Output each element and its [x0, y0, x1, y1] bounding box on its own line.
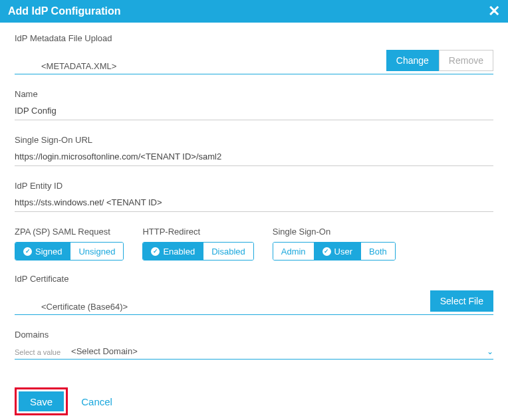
check-icon: ✓: [322, 247, 331, 256]
seg-http-redirect: ✓ Enabled Disabled: [142, 242, 253, 261]
label-domains: Domains: [15, 330, 493, 340]
save-button[interactable]: Save: [19, 391, 64, 411]
toggle-group-http-redirect: HTTP-Redirect ✓ Enabled Disabled: [142, 227, 253, 261]
label-certificate: IdP Certificate: [15, 274, 493, 284]
sso-url-tenant: <TENANT ID>: [140, 152, 196, 161]
field-sso-url: Single Sign-On URL https://login.microso…: [15, 135, 493, 166]
opt-signed-label: Signed: [35, 247, 62, 257]
opt-enabled[interactable]: ✓ Enabled: [143, 243, 203, 260]
check-icon: ✓: [23, 247, 32, 256]
change-button[interactable]: Change: [386, 50, 439, 71]
sso-url-input[interactable]: https://login.microsoftonline.com/<TENAN…: [15, 152, 493, 166]
field-entity-id: IdP Entity ID https://sts.windows.net/ <…: [15, 181, 493, 212]
remove-button[interactable]: Remove: [439, 50, 493, 71]
check-icon: ✓: [151, 247, 160, 256]
metadata-filename: <METADATA.XML>: [15, 61, 386, 71]
field-metadata-upload: IdP Metadata File Upload <METADATA.XML> …: [15, 33, 493, 74]
close-icon[interactable]: ✕: [488, 4, 500, 19]
label-sso: Single Sign-On: [273, 227, 396, 237]
opt-unsigned[interactable]: Unsigned: [70, 243, 123, 260]
modal-title: Add IdP Configuration: [8, 5, 120, 17]
modal-scroll-area[interactable]: IdP Metadata File Upload <METADATA.XML> …: [0, 23, 508, 420]
select-file-button[interactable]: Select File: [430, 290, 493, 312]
metadata-input-row: <METADATA.XML> Change Remove: [15, 50, 493, 74]
label-sso-url: Single Sign-On URL: [15, 135, 493, 145]
field-certificate: IdP Certificate <Certificate (Base64)> S…: [15, 274, 493, 315]
cancel-link[interactable]: Cancel: [81, 396, 112, 407]
field-domains: Domains Select a value <Select Domain> ⌄: [15, 330, 493, 360]
label-entity-id: IdP Entity ID: [15, 181, 493, 191]
certificate-input-row: <Certificate (Base64)> Select File: [15, 290, 493, 315]
opt-admin[interactable]: Admin: [273, 243, 314, 260]
domains-value: <Select Domain>: [71, 346, 476, 356]
label-metadata-upload: IdP Metadata File Upload: [15, 33, 493, 43]
sso-url-prefix: https://login.microsoftonline.com/: [15, 152, 140, 161]
opt-both[interactable]: Both: [360, 243, 395, 260]
opt-disabled[interactable]: Disabled: [203, 243, 253, 260]
seg-sso: Admin ✓ User Both: [273, 242, 396, 261]
domains-hint: Select a value: [15, 348, 61, 356]
sso-url-suffix: /saml2: [196, 152, 221, 161]
opt-enabled-label: Enabled: [163, 247, 195, 257]
toggle-row: ZPA (SP) SAML Request ✓ Signed Unsigned …: [15, 227, 493, 261]
opt-signed[interactable]: ✓ Signed: [15, 243, 70, 260]
seg-saml-request: ✓ Signed Unsigned: [15, 242, 124, 261]
field-name: Name IDP Config: [15, 89, 493, 120]
domains-select[interactable]: Select a value <Select Domain> ⌄: [15, 346, 493, 360]
entity-id-prefix: https://sts.windows.net/: [15, 197, 106, 207]
toggle-group-saml-request: ZPA (SP) SAML Request ✓ Signed Unsigned: [15, 227, 124, 261]
modal-footer: Save Cancel: [0, 381, 508, 420]
label-http-redirect: HTTP-Redirect: [142, 227, 253, 237]
name-input[interactable]: IDP Config: [15, 106, 493, 120]
modal-header: Add IdP Configuration ✕: [0, 0, 508, 23]
entity-id-input[interactable]: https://sts.windows.net/ <TENANT ID>: [15, 197, 493, 212]
opt-user-label: User: [334, 247, 352, 257]
toggle-group-sso: Single Sign-On Admin ✓ User Both: [273, 227, 396, 261]
entity-id-tenant: <TENANT ID>: [106, 197, 162, 207]
modal-content: IdP Metadata File Upload <METADATA.XML> …: [0, 23, 508, 381]
save-highlight-box: Save: [15, 387, 68, 415]
label-name: Name: [15, 89, 493, 99]
certificate-value: <Certificate (Base64)>: [15, 302, 430, 312]
chevron-down-icon[interactable]: ⌄: [487, 347, 493, 356]
opt-user[interactable]: ✓ User: [314, 243, 360, 260]
label-saml-request: ZPA (SP) SAML Request: [15, 227, 124, 237]
